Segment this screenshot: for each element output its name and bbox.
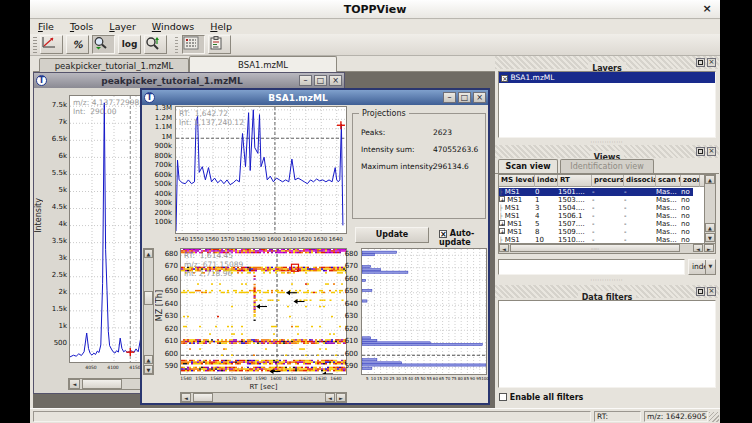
column-header-rt[interactable]: RT: [558, 175, 592, 187]
close-panel-icon[interactable]: ×: [707, 58, 716, 67]
peakpicker-titlebar[interactable]: T peakpicker_tutorial_1.mzML – □ ×: [34, 73, 344, 88]
x-tick-label: 50: [420, 376, 425, 381]
scan-filter-input[interactable]: [498, 259, 685, 275]
data-filters-list[interactable]: [498, 300, 716, 388]
snap-to-maximum-icon[interactable]: [144, 35, 167, 54]
menu-windows[interactable]: Windows: [144, 20, 202, 34]
mz-projection-plot[interactable]: [361, 248, 487, 375]
enable-all-filters-checkbox[interactable]: Enable all filters: [499, 393, 583, 402]
y-tick-label: 4.5k: [52, 203, 67, 211]
table-row[interactable]: + MS181509....--Mas...no: [499, 228, 693, 236]
auto-update-checkbox[interactable]: × Auto-update: [439, 229, 488, 247]
y-tick-label: 680: [345, 250, 358, 258]
zoom-mode-icon[interactable]: [92, 35, 115, 54]
column-header-ms-level[interactable]: MS level: [499, 175, 535, 187]
layer-checkbox-icon[interactable]: ×: [501, 75, 508, 82]
table-row[interactable]: ├ MS101501....--Mas...no: [499, 188, 693, 196]
close-panel-icon[interactable]: ×: [707, 287, 716, 296]
table-v-scrollbar[interactable]: ▲ ▲ ▼: [704, 175, 715, 243]
chevron-down-icon[interactable]: ▼: [705, 260, 715, 274]
x-tick-label: 1550: [190, 236, 204, 242]
layers-panel-header[interactable]: Layers ×: [495, 56, 719, 69]
minimize-button[interactable]: –: [299, 75, 312, 86]
rt-plot-y-ticks: 100k200k300k400k500k600k700k800k900k1M1.…: [142, 106, 173, 232]
scan-table[interactable]: MS levelindexRTprecurs(dissociascan tyzo…: [498, 174, 716, 254]
map-h-scrollbar[interactable]: ◄ ◄ ►: [180, 392, 347, 403]
close-panel-icon[interactable]: ×: [707, 147, 716, 156]
projections-icon[interactable]: [208, 35, 231, 54]
ms2-precursors-icon[interactable]: [182, 35, 205, 54]
menu-help[interactable]: Help: [202, 20, 240, 34]
bsa1-titlebar[interactable]: T BSA1.mzML – □ ×: [142, 90, 488, 105]
resize-grip[interactable]: [709, 412, 719, 422]
menu-file[interactable]: File: [30, 20, 62, 34]
close-button[interactable]: ×: [329, 75, 342, 86]
maximize-button[interactable]: □: [458, 92, 471, 103]
app-close-button[interactable]: ×: [700, 2, 714, 16]
x-tick-label: 35: [402, 376, 407, 381]
table-row[interactable]: ├ MS141506.1--Mas...no: [499, 212, 693, 220]
minimize-button[interactable]: –: [443, 92, 456, 103]
splitter-handle[interactable]: ::::::::::::::: [495, 140, 719, 144]
x-tick-label: 40: [408, 376, 413, 381]
table-row[interactable]: ├ MS131504....--Mas...no: [499, 204, 693, 212]
expand-icon[interactable]: +: [499, 228, 505, 234]
column-header-precurs-[interactable]: precurs(: [592, 175, 624, 187]
float-panel-icon[interactable]: [696, 147, 705, 156]
table-cell: -: [624, 204, 656, 212]
filter-column-combo[interactable]: index ▼: [688, 259, 716, 275]
tab-scan-view[interactable]: Scan view: [498, 159, 558, 173]
cursor-readout: m/z: 4,137.7299804Int: 290.00: [73, 98, 149, 116]
menu-tools[interactable]: Tools: [62, 20, 101, 34]
log-intensity-icon[interactable]: log: [118, 35, 141, 54]
table-cell: 1: [535, 196, 558, 204]
y-tick-label: 600: [165, 350, 178, 358]
peak-map-2d[interactable]: RT: 1,614.45m/z: 671.15089Int: 2,718.96: [180, 248, 347, 375]
intensity-percentage-icon[interactable]: %: [66, 35, 89, 54]
views-panel-header[interactable]: Views ×: [495, 145, 719, 158]
data-filters-panel-header[interactable]: Data filters ×: [495, 285, 719, 298]
rt-projection-plot[interactable]: RT: 1,642.72Int: 1,137,240.12: [175, 106, 347, 234]
expand-icon[interactable]: +: [499, 196, 505, 202]
column-header-zoom[interactable]: zoom: [681, 175, 700, 187]
app-titlebar[interactable]: TOPPView ×: [30, 0, 720, 19]
tab-identification-view[interactable]: Identification view: [560, 159, 654, 173]
float-panel-icon[interactable]: [696, 58, 705, 67]
expand-icon[interactable]: +: [499, 220, 505, 226]
x-tick-label: 5: [366, 376, 369, 381]
menu-layer[interactable]: Layer: [101, 20, 144, 34]
checkbox-icon[interactable]: [499, 393, 507, 401]
column-header-scan-ty[interactable]: scan ty: [656, 175, 681, 187]
splitter-handle[interactable]: ::::::::::::::: [495, 278, 719, 282]
table-cell: -: [592, 220, 624, 228]
views-tab-bar: Scan view Identification view: [495, 159, 719, 174]
maximize-button[interactable]: □: [314, 75, 327, 86]
column-header-dissocia[interactable]: dissocia: [624, 175, 656, 187]
x-tick-label: 1570: [221, 236, 235, 242]
tree-branch-icon: ├: [499, 236, 503, 243]
float-panel-icon[interactable]: [696, 287, 705, 296]
table-row[interactable]: + MS151507....--Mas...no: [499, 220, 693, 228]
layer-item-bsa1[interactable]: × BSA1.mzML: [499, 72, 715, 83]
x-tick-label: 10: [371, 376, 376, 381]
table-h-scrollbar[interactable]: ◄ :::::: ◄ ►: [499, 243, 715, 253]
close-button[interactable]: ×: [473, 92, 486, 103]
column-header-index[interactable]: index: [535, 175, 558, 187]
reset-zoom-icon[interactable]: [40, 35, 63, 54]
table-row[interactable]: + MS111503....--Mas...no: [499, 196, 693, 204]
table-cell: -: [624, 220, 656, 228]
menu-bar: FileToolsLayerWindowsHelp: [30, 20, 720, 34]
y-tick-label: 640: [165, 300, 178, 308]
tab-peakpicker-tutorial[interactable]: peakpicker_tutorial_1.mzML: [39, 58, 189, 72]
layers-list[interactable]: × BSA1.mzML: [498, 71, 716, 138]
scan-table-header[interactable]: MS levelindexRTprecurs(dissociascan tyzo…: [499, 175, 715, 187]
y-tick-label: 7k: [58, 118, 67, 126]
map-v-scrollbar[interactable]: ▲ ▲ ▼: [143, 248, 154, 375]
y-tick-label: 500: [54, 339, 67, 347]
x-tick-label: 80: [458, 376, 463, 381]
toolbar-drag-handle[interactable]: [33, 37, 37, 53]
update-button[interactable]: Update: [355, 227, 429, 243]
y-tick-label: 1.5k: [52, 305, 67, 313]
tab-bsa1[interactable]: BSA1.mzML: [189, 56, 337, 72]
checkbox-icon[interactable]: ×: [439, 230, 447, 238]
